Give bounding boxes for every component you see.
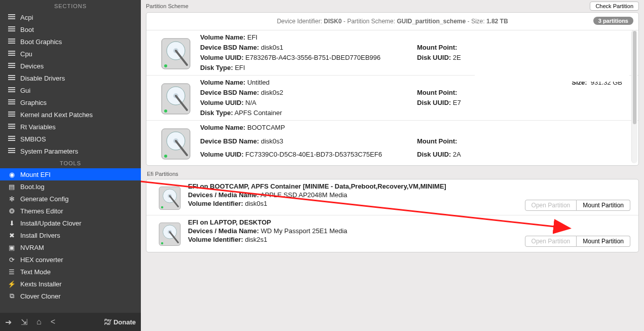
sidebar-item-label: HEX converter <box>20 256 63 264</box>
sidebar-item-label: Generate Config <box>20 195 68 203</box>
mount-partition-button[interactable]: Mount Partition <box>577 200 630 211</box>
sidebar-tool-item[interactable]: ◉Mount EFI <box>0 168 141 180</box>
list-icon <box>7 50 16 58</box>
list-icon <box>7 38 16 46</box>
hdd-icon <box>156 185 183 212</box>
sidebar-item-label: System Parameters <box>20 148 78 155</box>
download-icon: ⬇ <box>7 219 16 227</box>
list-icon <box>7 98 16 107</box>
share-icon[interactable]: < <box>51 317 55 326</box>
hdd-icon-wrap <box>151 218 188 248</box>
sidebar-section-item[interactable]: Devices <box>0 60 141 72</box>
efi-partition-row: EFI on BOOTCAMP, APFS Container [MINIME … <box>146 179 638 215</box>
hdd-icon-wrap <box>151 33 200 72</box>
chip-icon: ▣ <box>7 244 16 251</box>
sidebar-tool-item[interactable]: ▤Boot.log <box>0 180 141 193</box>
hdd-icon <box>158 126 194 162</box>
sidebar-item-label: Install/Update Clover <box>20 219 82 227</box>
disk-icon: ◉ <box>7 171 16 178</box>
sidebar-item-label: Install Drivers <box>20 232 60 239</box>
reload-icon: ⟳ <box>7 256 16 264</box>
list-icon <box>7 25 16 34</box>
import-icon[interactable]: ⇲ <box>21 317 27 327</box>
sidebar-item-label: Clover Cloner <box>20 292 60 300</box>
sidebar-item-label: Text Mode <box>20 268 51 276</box>
sidebar-tool-item[interactable]: ⧉Clover Cloner <box>0 290 141 302</box>
sidebar-tool-item[interactable]: ✻Generate Config <box>0 193 141 205</box>
hdd-icon-wrap <box>151 182 188 212</box>
main-pane: Partition Scheme Check Partition Device … <box>141 0 644 331</box>
list-icon <box>7 147 16 156</box>
partition-row: Volume Name: Untitled Size: 931.32 GB De… <box>146 76 638 121</box>
sidebar-item-label: NVRAM <box>20 244 44 251</box>
section-title-efi: Efi Partitions <box>141 169 644 179</box>
top-bar: Partition Scheme Check Partition <box>141 0 644 12</box>
wrench-icon: ✖ <box>7 232 16 239</box>
scrollbar-track[interactable] <box>631 30 637 163</box>
list-icon <box>7 123 16 131</box>
sidebar-tool-item[interactable]: ❂Themes Editor <box>0 205 141 217</box>
sidebar-section-item[interactable]: Boot <box>0 23 141 35</box>
donate-button[interactable]: PayPal Donate <box>104 318 136 326</box>
sidebar-tool-item[interactable]: ✖Install Drivers <box>0 229 141 241</box>
efi-title: EFI on BOOTCAMP, APFS Container [MINIME … <box>188 182 633 190</box>
log-icon: ▤ <box>7 183 16 191</box>
sidebar: SECTIONS AcpiBootBoot GraphicsCpuDevices… <box>0 0 141 331</box>
open-partition-button[interactable]: Open Partition <box>525 236 577 247</box>
partition-scheme-panel: Device Identifier: DISK0 - Partition Sch… <box>146 12 639 166</box>
hdd-icon <box>158 81 194 117</box>
sidebar-tool-item[interactable]: ⟳HEX converter <box>0 253 141 266</box>
sidebar-section-item[interactable]: Disable Drivers <box>0 72 141 84</box>
sidebar-item-label: Cpu <box>20 50 32 58</box>
hdd-icon-wrap <box>151 79 200 117</box>
sidebar-tools-header: TOOLS <box>0 157 141 168</box>
sidebar-item-label: Mount EFI <box>20 171 51 178</box>
mount-partition-button[interactable]: Mount Partition <box>577 236 630 247</box>
gear-icon: ✻ <box>7 195 16 203</box>
sidebar-section-item[interactable]: System Parameters <box>0 145 141 157</box>
hdd-icon-wrap <box>151 124 200 162</box>
svg-point-19 <box>161 242 164 245</box>
section-title-partition-scheme: Partition Scheme <box>146 3 188 9</box>
sidebar-item-label: Graphics <box>20 99 47 106</box>
sidebar-item-label: Kernel and Kext Patches <box>20 111 93 119</box>
sidebar-section-item[interactable]: Gui <box>0 84 141 96</box>
svg-point-7 <box>164 109 167 113</box>
sidebar-section-item[interactable]: Graphics <box>0 96 141 108</box>
sidebar-item-label: Boot.log <box>20 183 45 191</box>
sidebar-footer: ➜ ⇲ ⌂ < PayPal Donate <box>0 313 141 331</box>
hdd-icon <box>156 220 183 248</box>
list-icon <box>7 13 16 22</box>
sidebar-tool-item[interactable]: ▣NVRAM <box>0 241 141 253</box>
sidebar-item-label: SMBIOS <box>20 135 46 143</box>
list-icon <box>7 111 16 119</box>
plug-icon: ⚡ <box>7 280 16 288</box>
sidebar-item-label: Kexts Installer <box>20 280 62 288</box>
scrollbar-thumb[interactable] <box>633 31 636 124</box>
globe-icon: ❂ <box>7 207 16 215</box>
home-icon[interactable]: ⌂ <box>36 317 42 326</box>
sidebar-tool-item[interactable]: ⚡Kexts Installer <box>0 278 141 290</box>
sidebar-section-item[interactable]: SMBIOS <box>0 133 141 145</box>
sidebar-item-label: Disable Drivers <box>20 75 65 82</box>
sidebar-section-item[interactable]: Acpi <box>0 11 141 23</box>
donate-label: Donate <box>113 318 136 326</box>
sidebar-tool-item[interactable]: ☰Text Mode <box>0 266 141 278</box>
sidebar-section-item[interactable]: Rt Variables <box>0 121 141 133</box>
svg-point-15 <box>161 206 164 209</box>
list-icon <box>7 135 16 143</box>
open-partition-button[interactable]: Open Partition <box>525 200 577 211</box>
sidebar-section-item[interactable]: Kernel and Kext Patches <box>0 108 141 121</box>
text-icon: ☰ <box>7 268 16 276</box>
sidebar-section-item[interactable]: Cpu <box>0 48 141 60</box>
partition-scheme-header: Device Identifier: DISK0 - Partition Sch… <box>146 13 638 30</box>
redacted-area <box>475 46 629 82</box>
sidebar-section-item[interactable]: Boot Graphics <box>0 35 141 48</box>
sidebar-item-label: Gui <box>20 87 30 94</box>
svg-point-11 <box>164 155 167 158</box>
check-partition-button[interactable]: Check Partition <box>590 2 639 11</box>
list-icon <box>7 74 16 83</box>
sidebar-tool-item[interactable]: ⬇Install/Update Clover <box>0 217 141 229</box>
export-icon[interactable]: ➜ <box>5 317 12 327</box>
sidebar-item-label: Devices <box>20 62 44 70</box>
